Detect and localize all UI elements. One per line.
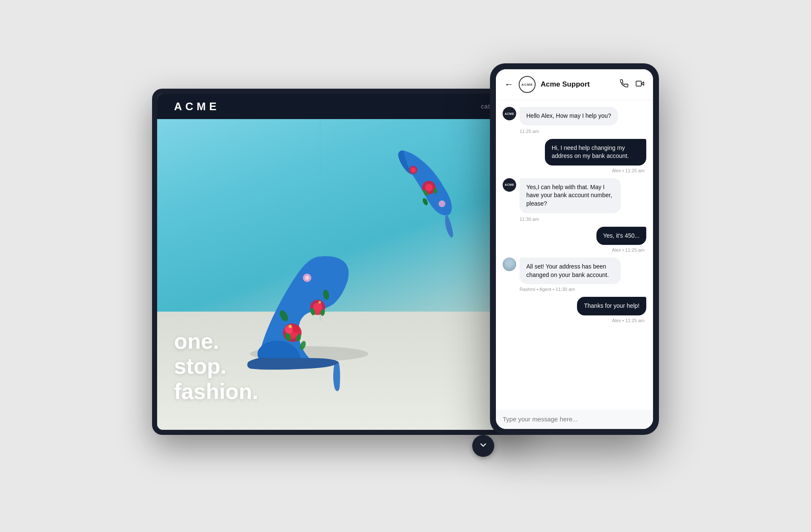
phone-screen: ← ACME Acme Support <box>496 69 653 429</box>
hero-tagline: one. stop. fashion. <box>174 329 258 404</box>
laptop-device: ACME catal... <box>152 89 524 435</box>
acme-nav: ACME catal... <box>157 94 519 119</box>
phone-device: ← ACME Acme Support <box>490 63 659 435</box>
chat-message-input[interactable] <box>503 415 646 423</box>
back-button[interactable]: ← <box>504 79 514 90</box>
hero-line1: one. <box>174 329 258 354</box>
chevron-down-icon <box>479 440 488 451</box>
acme-hero: one. stop. fashion. <box>157 119 519 430</box>
chat-contact-avatar: ACME <box>519 76 536 93</box>
message-row: Yes, it's 450... <box>503 227 646 245</box>
message-row: All set! Your address has been changed o… <box>503 258 646 284</box>
message-bubble: Thanks for your help! <box>577 297 646 315</box>
video-call-button[interactable] <box>635 79 645 90</box>
message-row: ACME Hello Alex, How may I help you? <box>503 107 646 125</box>
laptop-screen: ACME catal... <box>157 94 519 430</box>
message-row: Hi, I need help changing my address on m… <box>503 139 646 166</box>
scene: ACME catal... <box>152 63 659 469</box>
message-row: ACME Yes,I can help with that. May I hav… <box>503 178 646 213</box>
acme-logo: ACME <box>174 100 220 113</box>
message-row: Thanks for your help! <box>503 297 646 315</box>
bot-avatar: ACME <box>503 178 516 192</box>
bot-avatar: ACME <box>503 107 516 120</box>
message-bubble: Yes, it's 450... <box>596 227 646 245</box>
chat-contact-name: Acme Support <box>541 80 615 89</box>
svg-marker-26 <box>641 81 644 85</box>
chat-input-area <box>496 410 653 429</box>
agent-avatar <box>503 258 516 271</box>
acme-website: ACME catal... <box>157 94 519 430</box>
message-bubble: Hello Alex, How may I help you? <box>520 107 618 125</box>
message-bubble: Hi, I need help changing my address on m… <box>545 139 646 166</box>
message-bubble: All set! Your address has been changed o… <box>520 258 621 284</box>
hero-line3: fashion. <box>174 379 258 404</box>
chat-header: ← ACME Acme Support <box>496 69 653 100</box>
message-attribution: Rashmi • Agent • 11:30 am <box>503 287 646 292</box>
message-time: 11:25 am <box>503 129 646 134</box>
chat-action-buttons <box>620 79 645 90</box>
svg-point-17 <box>318 301 321 304</box>
hero-line2: stop. <box>174 354 258 379</box>
phone-call-button[interactable] <box>620 79 629 90</box>
svg-rect-27 <box>636 81 642 86</box>
message-attribution: Alex • 11:25 am <box>503 318 646 323</box>
svg-point-21 <box>434 188 437 194</box>
svg-point-16 <box>288 325 292 328</box>
message-bubble: Yes,I can help with that. May I have you… <box>520 178 621 213</box>
chat-messages-list: ACME Hello Alex, How may I help you? 11:… <box>496 100 653 410</box>
svg-point-4 <box>292 326 299 333</box>
message-time: 11:30 am <box>503 217 646 222</box>
scroll-to-bottom-button[interactable] <box>472 435 494 457</box>
message-attribution: Alex • 11:25 am <box>503 168 646 173</box>
message-attribution: Alex • 11:25 am <box>503 247 646 252</box>
svg-point-12 <box>305 276 309 280</box>
